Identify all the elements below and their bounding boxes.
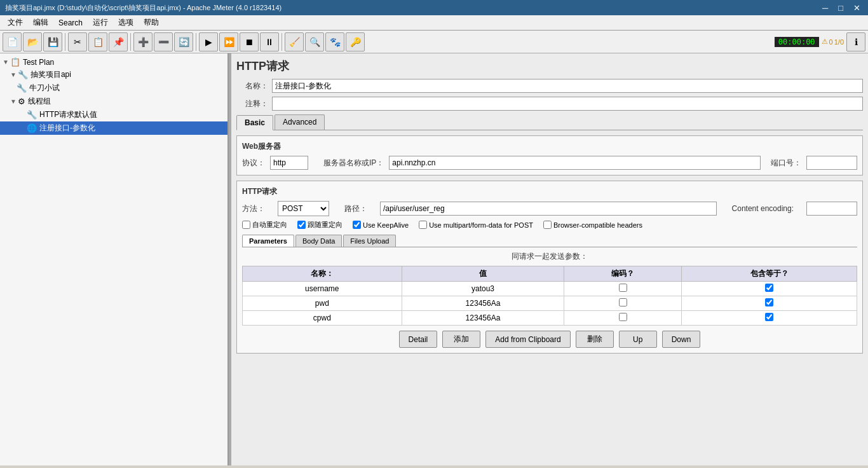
toolbar-right: 00:00:00 ⚠ 0 1/0 ℹ (775, 32, 865, 52)
up-button[interactable]: Up (619, 331, 657, 348)
include-cb-1[interactable] (765, 284, 773, 292)
title-controls: ─ □ ✕ (820, 3, 863, 13)
close-button[interactable]: ✕ (851, 3, 863, 13)
name-input[interactable] (272, 79, 863, 93)
inner-tab-bodydata[interactable]: Body Data (295, 235, 342, 247)
toolbar-collapse[interactable]: ➖ (154, 32, 173, 52)
toolbar-run-all[interactable]: ⏩ (219, 32, 238, 52)
menu-item-选项[interactable]: 选项 (113, 16, 139, 29)
name-label: 名称： (236, 81, 268, 92)
tree-node-testplan[interactable]: ▼ 📋 Test Plan (0, 56, 227, 68)
menu-item-帮助[interactable]: 帮助 (139, 16, 164, 29)
tree-label-register: 注册接口-参数化 (39, 123, 95, 134)
tree-toggle-choujiang[interactable]: ▼ (10, 71, 17, 78)
encode-cb-1[interactable] (619, 284, 627, 292)
add-from-clipboard-button[interactable]: Add from Clipboard (485, 331, 570, 348)
col-encode: 编码？ (564, 266, 682, 282)
register-icon: 🌐 (27, 123, 37, 133)
tab-basic[interactable]: Basic (236, 115, 273, 130)
path-input[interactable] (380, 202, 717, 216)
param-include-1 (682, 282, 857, 296)
encode-cb-2[interactable] (619, 298, 627, 306)
comment-input[interactable] (272, 97, 863, 111)
toolbar-search[interactable]: 🔍 (305, 32, 324, 52)
tree-toggle-testplan[interactable]: ▼ (3, 59, 9, 65)
cb-keepalive[interactable]: Use KeepAlive (353, 221, 409, 229)
httpdefault-icon: 🔧 (27, 110, 37, 120)
col-name: 名称： (243, 266, 402, 282)
include-cb-2[interactable] (765, 298, 773, 306)
toolbar: 📄 📂 💾 ✂ 📋 📌 ➕ ➖ 🔄 ▶ ⏩ ⏹ ⏸ 🧹 🔍 🐾 🔑 00:00:… (0, 31, 868, 53)
detail-button[interactable]: Detail (399, 331, 438, 348)
toolbar-run[interactable]: ▶ (199, 32, 218, 52)
tree-node-niudao[interactable]: ▶ 🔧 牛刀小试 (0, 81, 227, 95)
maximize-button[interactable]: □ (836, 3, 846, 13)
menu-item-文件[interactable]: 文件 (3, 16, 28, 29)
encode-cb-3[interactable] (619, 313, 627, 321)
testplan-icon: 📋 (10, 57, 20, 67)
cb-auto-redirect[interactable]: 自动重定向 (242, 220, 287, 230)
main-area: ▼ 📋 Test Plan ▼ 🔧 抽奖项目api ▶ 🔧 牛刀小试 ▼ ⚙ 线… (0, 53, 868, 465)
port-input[interactable] (806, 156, 857, 170)
inner-tab-parameters[interactable]: Parameters (242, 235, 294, 247)
toolbar-save[interactable]: 💾 (43, 32, 62, 52)
toolbar-info[interactable]: ℹ (846, 32, 865, 52)
delete-button[interactable]: 删除 (576, 331, 614, 348)
cb-multipart-input[interactable] (419, 221, 427, 229)
menu-item-编辑[interactable]: 编辑 (28, 16, 53, 29)
encoding-input[interactable] (806, 202, 857, 216)
bottom-buttons: Detail 添加 Add from Clipboard 删除 Up Down (242, 331, 857, 348)
toolbar-key[interactable]: 🔑 (346, 32, 365, 52)
tab-advanced[interactable]: Advanced (275, 114, 325, 130)
method-select[interactable]: GET POST PUT DELETE HEAD OPTIONS PATCH (278, 201, 329, 216)
tree-node-threadgroup[interactable]: ▼ ⚙ 线程组 (0, 95, 227, 108)
params-title: 同请求一起发送参数： (242, 251, 857, 262)
cb-browser-headers-input[interactable] (543, 221, 552, 229)
tree-label-threadgroup: 线程组 (28, 96, 51, 107)
toolbar-cut[interactable]: ✂ (68, 32, 87, 52)
table-row: pwd 123456Aa (243, 296, 857, 311)
tree-toggle-threadgroup[interactable]: ▼ (10, 98, 17, 105)
toolbar-pause[interactable]: ⏸ (260, 32, 279, 52)
tree-node-choujiang[interactable]: ▼ 🔧 抽奖项目api (0, 68, 227, 81)
toolbar-open[interactable]: 📂 (23, 32, 42, 52)
tree-node-httpdefault[interactable]: ▶ 🔧 HTTP请求默认值 (0, 108, 227, 121)
include-cb-3[interactable] (765, 313, 773, 321)
toolbar-new[interactable]: 📄 (3, 32, 22, 52)
toolbar-toggle[interactable]: 🔄 (174, 32, 193, 52)
param-name-2: pwd (243, 296, 402, 311)
toolbar-copy[interactable]: 📋 (88, 32, 107, 52)
inner-tab-bar: Parameters Body Data Files Upload (242, 235, 857, 247)
cb-browser-headers[interactable]: Browser-compatible headers (543, 221, 642, 229)
param-name-3: cpwd (243, 311, 402, 326)
tree-node-register[interactable]: ▶ 🌐 注册接口-参数化 (0, 121, 227, 135)
add-button[interactable]: 添加 (442, 331, 480, 348)
protocol-input[interactable] (270, 156, 308, 170)
title-bar: 抽奖项目api.jmx (D:\study\自动化\script\抽奖项目api… (0, 0, 868, 15)
params-table: 名称： 值 编码？ 包含等于？ username yatou3 (242, 266, 857, 326)
cb-keepalive-input[interactable] (353, 221, 361, 229)
down-button[interactable]: Down (662, 331, 701, 348)
toolbar-sep1 (65, 33, 65, 51)
cb-follow-redirect-input[interactable] (297, 221, 306, 229)
minimize-button[interactable]: ─ (820, 3, 831, 13)
toolbar-stop[interactable]: ⏹ (240, 32, 259, 52)
toolbar-clear[interactable]: 🧹 (285, 32, 304, 52)
server-input[interactable] (389, 156, 761, 170)
cb-multipart[interactable]: Use multipart/form-data for POST (419, 221, 533, 229)
tree-panel: ▼ 📋 Test Plan ▼ 🔧 抽奖项目api ▶ 🔧 牛刀小试 ▼ ⚙ 线… (0, 53, 229, 465)
cb-auto-redirect-input[interactable] (242, 221, 250, 229)
niudao-icon: 🔧 (17, 83, 27, 93)
method-label: 方法： (242, 203, 265, 214)
toolbar-paste[interactable]: 📌 (109, 32, 128, 52)
toolbar-remote[interactable]: 🐾 (325, 32, 344, 52)
cb-follow-redirect[interactable]: 跟随重定向 (297, 220, 342, 230)
toolbar-expand[interactable]: ➕ (133, 32, 153, 52)
checkbox-row: 自动重定向 跟随重定向 Use KeepAlive Use multipart/… (242, 220, 857, 230)
tree-label-testplan: Test Plan (23, 58, 54, 67)
web-server-row: 协议： 服务器名称或IP： 端口号： (242, 156, 857, 170)
menu-item-Search[interactable]: Search (53, 17, 88, 29)
menu-item-运行[interactable]: 运行 (88, 16, 113, 29)
param-value-3: 123456Aa (402, 311, 564, 326)
inner-tab-filesupload[interactable]: Files Upload (343, 235, 396, 247)
